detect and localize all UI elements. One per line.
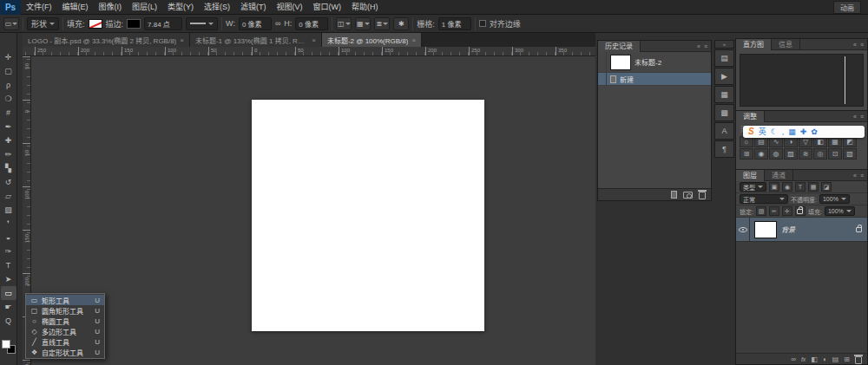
layer-filter-type-select[interactable]: 类型 [740,182,766,192]
tab-channels[interactable]: 通道 [765,170,793,181]
collapse-panel-icon[interactable]: « [853,42,857,48]
paragraph-panel-icon[interactable]: ¶ [714,140,734,158]
history-snapshot-row[interactable]: 未标题-2 [598,52,711,73]
filter-pixel-layers-icon[interactable]: ▣ [769,182,779,192]
document-canvas[interactable] [252,100,484,331]
ime-fullwidth-toggle[interactable]: ☾ [771,126,778,138]
collapse-panel-icon[interactable]: « [697,43,700,49]
new-snapshot-icon[interactable] [683,192,693,199]
path-selection-tool[interactable]: ➤ [1,272,16,286]
adjustment-icon[interactable]: ≋ [799,148,812,160]
shape-height-input[interactable] [295,17,328,30]
close-icon[interactable]: × [411,36,416,44]
foreground-color-swatch[interactable] [2,340,10,349]
lock-image-pixels-icon[interactable]: ✏ [769,206,779,216]
stroke-style-select[interactable] [186,17,218,30]
fill-opacity-select[interactable]: 100% [825,206,855,216]
tab-layers[interactable]: 图层 [736,170,765,181]
brush-tool[interactable]: ✏ [1,147,16,161]
menu-item-window[interactable]: 窗口(W) [308,0,347,14]
stroke-width-input[interactable] [144,17,182,30]
stroke-swatch[interactable] [127,19,141,29]
ime-medical-icon[interactable]: ✚ [800,126,807,138]
collapse-panel-icon[interactable]: « [853,114,857,120]
panel-menu-icon[interactable]: ≡ [860,114,864,120]
menu-item-layer[interactable]: 图层(L) [127,0,162,14]
layer-row-background[interactable]: 背景 [736,218,867,242]
align-edges-checkbox[interactable] [479,20,486,27]
geometry-options-button[interactable]: ✱ [393,17,409,30]
brush-presets-panel-icon[interactable]: ▤ [714,49,734,67]
tab-info[interactable]: 信息 [772,39,800,50]
raster-value-input[interactable] [438,17,471,30]
history-brush-tool[interactable]: ↺ [1,175,16,189]
tab-histogram[interactable]: 直方图 [736,39,772,50]
history-state-row[interactable]: 新建 [598,73,711,86]
adjustment-icon[interactable]: ⊡ [828,148,842,160]
shape-width-input[interactable] [239,17,272,30]
marquee-tool[interactable]: ▢ [1,64,16,78]
adjustment-icon[interactable]: ◍ [769,148,783,160]
healing-brush-tool[interactable]: ✚ [1,134,16,147]
panel-menu-icon[interactable]: ≡ [704,43,707,49]
menu-item-edit[interactable]: 编辑(E) [57,0,94,14]
filter-adjustment-layers-icon[interactable]: ◉ [782,182,792,192]
workspace-switcher-button[interactable]: 动画 [833,1,861,14]
clone-stamp-tool[interactable]: ▚ [1,161,16,175]
filter-smart-objects-icon[interactable]: ◪ [821,182,832,192]
menu-item-image[interactable]: 图像(I) [94,0,128,14]
menu-item-file[interactable]: 文件(F) [21,0,57,14]
character-panel-icon[interactable]: A [714,122,734,140]
quick-selection-tool[interactable]: ❍ [1,92,16,106]
adjustment-icon[interactable]: ⊞ [740,148,753,160]
zoom-tool[interactable]: Q [1,314,16,328]
menu-item-filter[interactable]: 滤镜(T) [235,0,272,14]
close-icon[interactable]: × [180,36,184,44]
styles-panel-icon[interactable]: ▦ [714,86,734,103]
eyedropper-tool[interactable]: ✒ [1,120,16,134]
flyout-item-ellipse-tool[interactable]: ○ 椭圆工具 U [26,316,104,326]
lock-transparent-pixels-icon[interactable]: ▨ [756,206,766,216]
opacity-select[interactable]: 100% [819,194,850,204]
lasso-tool[interactable]: ρ [1,78,16,92]
adjustment-icon[interactable]: ◎ [813,148,827,160]
close-icon[interactable]: × [312,36,316,44]
tab-history[interactable]: 历史记录 [598,41,641,52]
ime-skin-icon[interactable]: ✿ [811,126,818,138]
tool-preset-picker[interactable]: ▭ [3,17,19,30]
rectangle-tool[interactable]: ▭ [1,286,16,300]
doc-tab-logo-psd[interactable]: LOGO - 副本.psd @ 33.3%(椭圆 2 拷贝, RGB/8) × [23,33,190,47]
dodge-tool[interactable]: ◒ [1,231,16,244]
adjustment-icon[interactable]: ▨ [784,148,798,160]
ime-keyboard-icon[interactable]: ▦ [788,126,796,138]
add-layer-mask-icon[interactable]: ◧ [811,355,818,363]
lock-all-button[interactable] [795,206,806,216]
doc-tab-untitled-1[interactable]: 未标题-1 @ 133%(椭圆 1 拷贝, RGB/8) × [190,33,322,47]
ime-punctuation-toggle[interactable]: , [782,126,785,138]
blend-mode-select[interactable]: 正常 [740,194,788,204]
hand-tool[interactable]: ☛ [1,300,16,314]
flyout-item-rectangle-tool[interactable]: ▭ 矩形工具 U [26,295,104,305]
actions-panel-icon[interactable]: ▶ [714,68,734,85]
fill-swatch-none[interactable] [89,19,102,29]
pen-tool[interactable]: ✑ [1,244,16,258]
panel-menu-icon[interactable]: ≡ [860,173,864,179]
history-brush-source-well[interactable] [598,73,607,85]
flyout-item-polygon-tool[interactable]: ◇ 多边形工具 U [26,326,104,336]
filter-shape-layers-icon[interactable]: ▦ [808,182,819,192]
type-tool[interactable]: T [1,258,16,272]
flyout-item-rounded-rectangle-tool[interactable]: ▢ 圆角矩形工具 U [26,305,104,316]
menu-item-view[interactable]: 视图(V) [272,0,308,14]
path-operations-button[interactable]: ◫ [336,17,352,30]
adjustment-icon[interactable]: ▧ [843,148,857,160]
new-adjustment-layer-icon[interactable]: ◐ [823,355,827,363]
new-document-from-state-icon[interactable] [671,191,677,199]
blur-tool[interactable]: ❜ [1,217,16,231]
delete-layer-icon[interactable] [855,356,862,364]
layer-style-icon[interactable]: fx [801,356,806,362]
crop-tool[interactable]: # [1,106,16,120]
lock-position-icon[interactable]: ✛ [782,206,792,216]
flyout-item-line-tool[interactable]: ╱ 直线工具 U [26,336,104,347]
eraser-tool[interactable]: ▱ [1,189,16,203]
link-layers-icon[interactable]: ∞ [791,355,796,363]
